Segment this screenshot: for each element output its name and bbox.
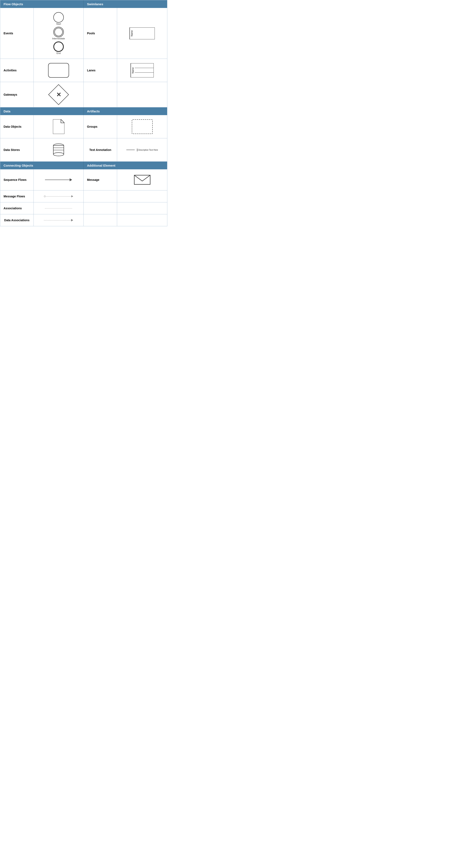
label-activities: Activities [0, 59, 34, 82]
label-pools: Pools [84, 8, 117, 59]
lane-body [135, 63, 154, 77]
half-activities: Activities [0, 59, 84, 82]
half-text-annotation: Text Annotation Descriptive Text Here [84, 138, 167, 161]
lane-name-label: Name [131, 63, 135, 77]
lane-row-2 [135, 68, 154, 73]
icon-empty-msgflow-right [117, 190, 167, 202]
data-association-flow-icon [44, 219, 73, 221]
section-header-flow-swimlanes: Flow Objects Swimlanes [0, 0, 167, 8]
half-sequence-flows: Sequence Flows [0, 169, 84, 190]
label-associations: Associations [0, 203, 34, 214]
section-label-additional-element: Additional Element [84, 162, 167, 169]
data-store-icon [51, 143, 66, 157]
row-seqflow-message: Sequence Flows Message [0, 169, 167, 190]
data-associations-label-text: Data Associations [4, 219, 30, 222]
half-message: Message [84, 169, 167, 190]
row-events-pools: Events Start Intermediate End [0, 8, 167, 59]
association-flow-icon [45, 208, 72, 209]
lane-row-3 [135, 73, 154, 77]
label-gateways: Gateways [0, 82, 34, 107]
message-flow-icon [44, 195, 73, 197]
label-events: Events [0, 8, 34, 59]
half-associations: Associations [0, 203, 84, 214]
row-gateways: Gateways ✕ [0, 82, 167, 107]
end-circle-icon [53, 41, 64, 52]
icon-gateways: ✕ [34, 82, 83, 107]
half-groups: Groups [84, 115, 167, 138]
label-data-stores: Data Stores [0, 138, 34, 161]
annotation-icon: Descriptive Text Here [126, 148, 158, 152]
label-sequence-flows: Sequence Flows [0, 169, 34, 190]
half-data-stores: Data Stores [0, 138, 84, 161]
icon-pools: Name [117, 8, 167, 59]
half-data-associations: Data Associations [0, 214, 84, 226]
icon-associations [34, 203, 83, 214]
icon-message-flows [34, 190, 83, 202]
label-lanes: Lanes [84, 59, 117, 82]
start-label: Start [56, 23, 61, 25]
message-flow-arrow-icon [71, 195, 73, 197]
half-message-flows: Message Flows [0, 190, 84, 202]
data-assoc-arrow-icon [71, 219, 73, 221]
label-groups: Groups [84, 115, 117, 138]
section-label-artifacts: Artifacts [84, 107, 167, 115]
section-label-connecting-objects: Connecting Objects [0, 162, 84, 169]
row-datastores-annotation: Data Stores Text Annotation [0, 138, 167, 162]
annotation-descriptive-text: Descriptive Text Here [138, 149, 158, 151]
icon-empty-gateways-right [117, 82, 167, 107]
half-message-flows-right-empty [84, 190, 167, 202]
icon-activities [34, 59, 83, 82]
event-intermediate: Intermediate [52, 27, 65, 40]
row-associations: Associations [0, 203, 167, 214]
section-header-data-artifacts: Data Artifacts [0, 107, 167, 115]
half-data-objects: Data Objects [0, 115, 84, 138]
end-label: End [57, 52, 61, 55]
data-assoc-dashes [44, 220, 71, 220]
icon-data-associations [34, 214, 83, 226]
icon-message [117, 169, 167, 190]
diamond-x-icon: ✕ [56, 91, 61, 98]
sequence-line [45, 180, 70, 180]
label-empty-gateways-right [84, 82, 117, 107]
icon-groups [117, 115, 167, 138]
activity-rectangle-icon [48, 63, 69, 78]
section-label-flow-objects: Flow Objects [0, 0, 84, 8]
pool-name-label: Name [130, 28, 134, 39]
sequence-arrow-icon [70, 178, 72, 181]
text-annotation-label: Text Annotation [89, 148, 111, 152]
icon-empty-assoc-right [117, 203, 167, 214]
annotation-line-icon [126, 148, 136, 152]
svg-marker-0 [53, 119, 64, 134]
icon-data-stores [34, 138, 83, 161]
section-label-data: Data [0, 107, 84, 115]
row-data-associations: Data Associations [0, 214, 167, 226]
label-text-annotation: Text Annotation [84, 138, 117, 161]
message-flow-circle-icon [44, 195, 45, 197]
label-empty-assoc-right [84, 203, 117, 214]
groups-rectangle-icon [132, 119, 153, 134]
label-empty-dataassoc-right [84, 214, 117, 226]
icon-sequence-flows [34, 169, 83, 190]
half-events: Events Start Intermediate End [0, 8, 84, 59]
half-gateways: Gateways ✕ [0, 82, 84, 107]
message-envelope-icon [134, 174, 150, 186]
half-associations-right-empty [84, 203, 167, 214]
section-header-connecting-additional: Connecting Objects Additional Element [0, 162, 167, 169]
row-msgflow: Message Flows [0, 190, 167, 203]
icon-data-objects [34, 115, 83, 138]
half-data-associations-right-empty [84, 214, 167, 226]
event-start: Start [53, 12, 64, 25]
annotation-text-box: Descriptive Text Here [137, 149, 158, 151]
events-container: Start Intermediate End [52, 12, 65, 55]
half-pools: Pools Name [84, 8, 167, 59]
data-object-icon [53, 119, 64, 134]
icon-lanes: Name [117, 59, 167, 82]
intermediate-circle-icon [53, 27, 64, 37]
half-gateways-right-empty [84, 82, 167, 107]
half-lanes: Lanes Name [84, 59, 167, 82]
row-activities-lanes: Activities Lanes Name [0, 59, 167, 82]
sequence-flow-icon [45, 178, 72, 181]
label-message: Message [84, 169, 117, 190]
pool-body [134, 28, 155, 39]
icon-text-annotation: Descriptive Text Here [117, 138, 167, 161]
